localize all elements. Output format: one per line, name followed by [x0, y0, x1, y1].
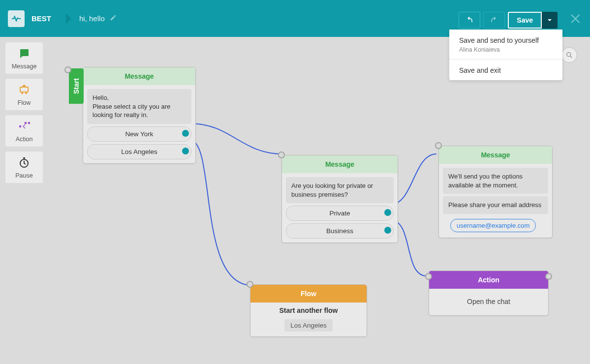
option-label: Business [326, 227, 353, 235]
dropdown-item-title: Save and exit [459, 66, 553, 74]
save-and-exit[interactable]: Save and exit [449, 60, 562, 80]
redo-button[interactable] [483, 12, 505, 29]
palette-label: Message [12, 63, 37, 70]
palette-label: Action [16, 136, 33, 143]
option-label: Private [329, 210, 350, 217]
flow-name[interactable]: hi, hello [79, 14, 105, 23]
save-button[interactable]: Save [508, 12, 542, 29]
save-send-yourself[interactable]: Save and send to yourself Alina Koniaiev… [449, 30, 562, 60]
node-palette: Message Flow Action Pause [5, 42, 43, 183]
palette-pause[interactable]: Pause [5, 152, 43, 183]
port-out[interactable] [545, 273, 552, 280]
port-in[interactable] [278, 152, 285, 158]
port-out[interactable] [182, 148, 189, 154]
flow-action-text: Start another flow [250, 303, 367, 316]
node-header: Message [282, 155, 398, 173]
canvas[interactable]: Message Flow Action Pause Start Message … [0, 37, 590, 364]
port-in[interactable] [425, 273, 432, 280]
svg-rect-2 [28, 122, 30, 124]
svg-rect-1 [25, 122, 27, 124]
action-node[interactable]: Action Open the chat [429, 271, 549, 316]
port-in[interactable] [64, 66, 71, 73]
message-node-2[interactable]: Message Are you looking for private or b… [281, 155, 398, 243]
palette-label: Flow [18, 99, 31, 106]
action-text: Open the chat [429, 289, 548, 315]
palette-label: Pause [15, 172, 32, 179]
svg-rect-3 [19, 125, 21, 127]
option-new-york[interactable]: New York [87, 126, 191, 142]
message-node-3[interactable]: Message We'll send you the options avail… [438, 146, 553, 238]
logo-icon [8, 10, 25, 27]
save-dropdown-toggle[interactable] [542, 12, 558, 29]
workspace-title: BEST [31, 14, 51, 23]
node-header: Message [439, 146, 552, 164]
palette-flow[interactable]: Flow [5, 79, 43, 110]
option-label: New York [125, 130, 153, 138]
zoom-button[interactable] [561, 47, 577, 63]
option-private[interactable]: Private [286, 206, 394, 221]
port-out[interactable] [384, 209, 391, 216]
save-dropdown: Save and send to yourself Alina Koniaiev… [449, 30, 562, 80]
svg-point-5 [567, 53, 571, 57]
port-out[interactable] [384, 227, 391, 234]
dropdown-item-title: Save and send to yourself [459, 36, 553, 44]
palette-message[interactable]: Message [5, 42, 43, 74]
message-node-1[interactable]: Start Message Hello, Please select a cit… [83, 67, 196, 164]
flow-node[interactable]: Flow Start another flow Los Angeles [250, 284, 367, 337]
undo-button[interactable] [459, 12, 480, 29]
option-los-angeles[interactable]: Los Angeles [87, 144, 191, 159]
dropdown-item-subtitle: Alina Koniaieva [459, 46, 553, 53]
start-tab: Start [69, 68, 84, 104]
port-in[interactable] [435, 142, 442, 149]
breadcrumb-separator [66, 13, 71, 24]
node-header: Action [429, 271, 548, 289]
edit-icon[interactable] [110, 14, 117, 23]
email-example: username@example.com [450, 219, 536, 232]
option-label: Los Angeles [121, 148, 157, 155]
close-button[interactable] [569, 12, 583, 26]
node-header: Message [83, 67, 195, 85]
header-bar: BEST hi, hello Save Save and send to you… [0, 0, 590, 37]
palette-action[interactable]: Action [5, 115, 43, 147]
message-text: Please share your email address [443, 196, 548, 214]
option-business[interactable]: Business [286, 223, 394, 239]
port-in[interactable] [247, 281, 253, 288]
port-out[interactable] [182, 130, 189, 137]
message-text: We'll send you the options available at … [443, 168, 548, 194]
svg-rect-0 [20, 87, 28, 92]
flow-target: Los Angeles [284, 319, 333, 332]
message-text: Are you looking for private or business … [286, 177, 394, 203]
node-header: Flow [250, 285, 367, 303]
message-text: Hello, Please select a city you are look… [87, 89, 191, 124]
